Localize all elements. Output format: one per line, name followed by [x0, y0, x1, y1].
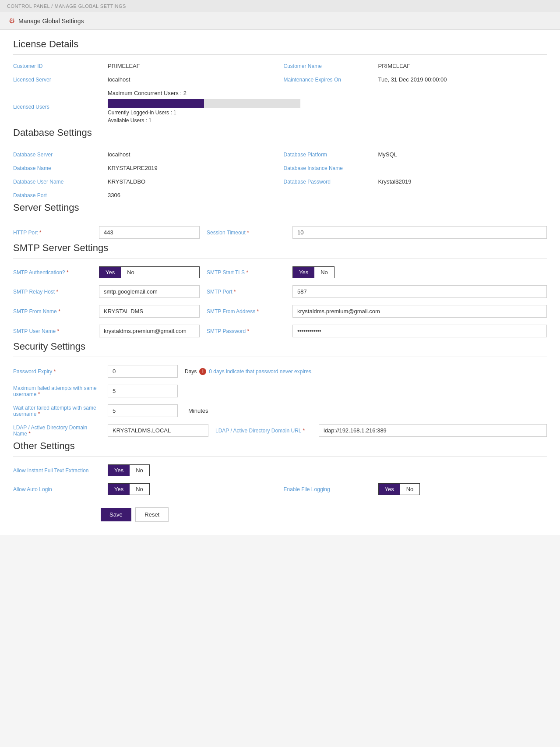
ldap-domain-name-label: LDAP / Active Directory Domain Name * — [13, 425, 101, 437]
maintenance-expires-value: Tue, 31 Dec 2019 00:00:00 — [378, 76, 547, 83]
smtp-from-name-input[interactable] — [99, 305, 200, 318]
db-name-label: Database Name — [13, 165, 101, 171]
actions-row: Save Reset — [13, 499, 547, 526]
page-header: ⚙ Manage Global Settings — [0, 12, 560, 30]
allow-fte-no-btn[interactable]: No — [130, 465, 149, 476]
breadcrumb-part1: CONTROL PANEL — [7, 4, 50, 9]
wait-failed-input[interactable] — [108, 404, 178, 417]
users-progress-bar-fill — [108, 99, 204, 108]
ldap-domain-url-input[interactable] — [319, 424, 547, 437]
days-label: Days — [185, 368, 197, 375]
smtp-password-input[interactable] — [292, 325, 547, 337]
smtp-tls-yes-btn[interactable]: Yes — [293, 267, 314, 278]
smtp-relay-host-input[interactable] — [99, 285, 200, 298]
smtp-username-row: SMTP User Name * SMTP Password * — [13, 321, 547, 341]
ldap-domain-url-label: LDAP / Active Directory Domain URL * — [215, 428, 312, 434]
customer-id-value: PRIMELEAF — [108, 63, 277, 69]
licensed-server-value: localhost — [108, 76, 277, 83]
db-port-row: Database Port 3306 — [13, 188, 547, 202]
smtp-start-tls-toggle[interactable]: Yes No — [292, 266, 335, 278]
smtp-from-name-row: SMTP From Name * SMTP From Address * — [13, 301, 547, 321]
smtp-tls-no-btn[interactable]: No — [314, 267, 334, 278]
smtp-username-input[interactable] — [99, 325, 200, 337]
smtp-auth-yes-btn[interactable]: Yes — [99, 267, 121, 278]
enable-file-logging-toggle[interactable]: Yes No — [378, 483, 420, 495]
settings-icon: ⚙ — [9, 17, 15, 25]
smtp-settings-title: SMTP Server Settings — [13, 242, 547, 258]
smtp-port-input[interactable] — [292, 285, 547, 298]
breadcrumb-part2: MANAGE GLOBAL SETTINGS — [54, 4, 126, 9]
customer-name-label: Customer Name — [284, 63, 371, 69]
smtp-username-label: SMTP User Name * — [13, 328, 92, 334]
main-content: License Details Customer ID PRIMELEAF Cu… — [0, 30, 560, 535]
enable-file-logging-yes-btn[interactable]: Yes — [379, 484, 400, 495]
ldap-domain-name-input[interactable] — [108, 424, 208, 437]
db-server-label: Database Server — [13, 152, 101, 158]
days-hint-container: Days i 0 days indicate that password nev… — [185, 368, 547, 375]
customer-name-value: PRIMELEAF — [378, 63, 547, 69]
max-concurrent-users: Maximum Concurrent Users : 2 — [108, 90, 547, 96]
max-failed-attempts-input[interactable] — [108, 385, 178, 397]
db-port-value: 3306 — [108, 192, 277, 198]
smtp-from-address-input[interactable] — [292, 305, 547, 318]
enable-file-logging-no-btn[interactable]: No — [400, 484, 420, 495]
password-expiry-input[interactable] — [108, 365, 178, 378]
server-settings-row: HTTP Port * Session Timeout * — [13, 223, 547, 242]
security-settings-section: Security Settings Password Expiry * Days… — [13, 341, 547, 440]
days-hint-text: 0 days indicate that password never expi… — [209, 368, 313, 375]
reset-button[interactable]: Reset — [135, 507, 169, 522]
database-settings-title: Database Settings — [13, 127, 547, 143]
allow-fte-yes-btn[interactable]: Yes — [108, 465, 130, 476]
customer-id-label: Customer ID — [13, 63, 101, 69]
db-name-row: Database Name KRYSTALPRE2019 Database In… — [13, 161, 547, 175]
licensed-server-label: Licensed Server — [13, 77, 101, 83]
server-settings-title: Server Settings — [13, 202, 547, 218]
db-username-label: Database User Name — [13, 179, 101, 185]
http-port-input[interactable] — [99, 226, 200, 239]
db-name-value: KRYSTALPRE2019 — [108, 165, 277, 171]
max-failed-attempts-label: Maximum failed attempts with same userna… — [13, 385, 101, 397]
smtp-from-name-label: SMTP From Name * — [13, 308, 92, 315]
allow-fte-row: Allow Instant Full Text Extraction Yes N… — [13, 461, 547, 480]
db-platform-label: Database Platform — [284, 152, 371, 158]
license-details-title: License Details — [13, 39, 547, 55]
db-password-value: Krystal$2019 — [378, 178, 547, 185]
session-timeout-input[interactable] — [292, 226, 547, 239]
security-settings-title: Security Settings — [13, 341, 547, 357]
http-port-label: HTTP Port * — [13, 230, 92, 236]
db-instance-label: Database Instance Name — [284, 165, 371, 171]
allow-auto-login-toggle[interactable]: Yes No — [108, 483, 150, 495]
db-port-label: Database Port — [13, 192, 101, 198]
licensed-users-label: Licensed Users — [13, 104, 101, 110]
allow-auto-login-label: Allow Auto Login — [13, 486, 101, 492]
license-details-section: License Details Customer ID PRIMELEAF Cu… — [13, 39, 547, 127]
save-button[interactable]: Save — [101, 508, 131, 521]
database-settings-section: Database Settings Database Server localh… — [13, 127, 547, 202]
users-progress-bar-container — [108, 99, 300, 108]
db-username-value: KRYSTALDBO — [108, 178, 277, 185]
customer-id-row: Customer ID PRIMELEAF Customer Name PRIM… — [13, 59, 547, 73]
db-username-row: Database User Name KRYSTALDBO Database P… — [13, 175, 547, 188]
breadcrumb: CONTROL PANEL / MANAGE GLOBAL SETTINGS — [0, 0, 560, 12]
smtp-start-tls-label: SMTP Start TLS * — [207, 269, 285, 276]
smtp-auth-label: SMTP Authentication? * — [13, 269, 92, 276]
allow-fte-toggle[interactable]: Yes No — [108, 464, 150, 476]
smtp-relay-row: SMTP Relay Host * SMTP Port * — [13, 282, 547, 301]
breadcrumb-separator: / — [51, 4, 53, 9]
available-users: Available Users : 1 — [108, 117, 547, 124]
smtp-relay-label: SMTP Relay Host * — [13, 289, 92, 295]
allow-auto-login-no-btn[interactable]: No — [130, 484, 149, 495]
db-server-value: localhost — [108, 151, 277, 158]
currently-logged-in: Currently Logged-in Users : 1 — [108, 110, 547, 116]
other-settings-section: Other Settings Allow Instant Full Text E… — [13, 440, 547, 499]
smtp-auth-toggle[interactable]: Yes No — [99, 266, 200, 278]
auto-login-row: Allow Auto Login Yes No Enable File Logg… — [13, 480, 547, 499]
password-expiry-row: Password Expiry * Days i 0 days indicate… — [13, 361, 547, 381]
licensed-server-row: Licensed Server localhost Maintenance Ex… — [13, 73, 547, 86]
smtp-password-label: SMTP Password * — [207, 328, 285, 334]
enable-file-logging-label: Enable File Logging — [284, 486, 371, 492]
smtp-auth-no-btn[interactable]: No — [121, 267, 141, 278]
wait-failed-label: Wait after failed attempts with same use… — [13, 405, 101, 417]
allow-auto-login-yes-btn[interactable]: Yes — [108, 484, 130, 495]
http-port-required: * — [39, 230, 42, 236]
